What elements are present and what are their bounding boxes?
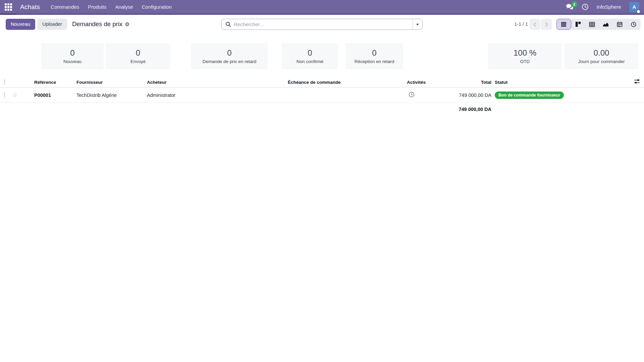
- table-header-row: Référence Fournisseur Acheteur Échéance …: [0, 77, 644, 87]
- activities-clock-icon[interactable]: [582, 3, 589, 10]
- view-switcher: [556, 19, 641, 30]
- select-all-checkbox[interactable]: [4, 79, 5, 85]
- prev-page-button[interactable]: [530, 19, 540, 30]
- view-activity-button[interactable]: [627, 19, 641, 30]
- search-dropdown-toggle[interactable]: [413, 19, 422, 29]
- list-view-icon: [561, 21, 567, 27]
- new-button[interactable]: Nouveau: [6, 19, 35, 30]
- calendar-view-icon: [617, 21, 623, 27]
- view-list-button[interactable]: [556, 19, 571, 30]
- graph-view-icon: [603, 21, 609, 27]
- purchase-list-page: Achats Commandes Produits Analyse Config…: [0, 0, 644, 362]
- upload-button[interactable]: Uploader: [37, 19, 67, 30]
- view-graph-button[interactable]: [599, 19, 613, 30]
- kpi-card-reception-retard[interactable]: 0 Réception en retard: [345, 43, 403, 69]
- menu-commandes[interactable]: Commandes: [51, 4, 79, 10]
- top-navbar: Achats Commandes Produits Analyse Config…: [0, 0, 644, 15]
- header-total[interactable]: Total: [440, 80, 491, 85]
- status-badge: Bon de commande fournisseur: [495, 92, 564, 99]
- user-avatar[interactable]: A: [629, 2, 639, 12]
- header-status[interactable]: Statut: [495, 80, 575, 85]
- clock-icon: [409, 92, 415, 98]
- header-reference[interactable]: Référence: [34, 80, 76, 85]
- sliders-icon: [634, 78, 640, 84]
- apps-grid-icon[interactable]: [5, 3, 12, 11]
- row-checkbox[interactable]: [4, 92, 5, 98]
- rfq-list: Référence Fournisseur Acheteur Échéance …: [0, 77, 644, 116]
- chevron-right-icon: [544, 22, 549, 27]
- header-supplier[interactable]: Fournisseur: [76, 80, 147, 85]
- kpi-card-envoye[interactable]: 0 Envoyé: [106, 43, 170, 69]
- kpi-card-jours-commander[interactable]: 0.00 Jours pour commander: [565, 43, 638, 69]
- header-activities[interactable]: Activités: [407, 80, 440, 85]
- kpi-card-non-confirme[interactable]: 0 Non confirmé: [282, 43, 338, 69]
- table-footer-row: 749 000,00 DA: [0, 103, 644, 116]
- menu-analyse[interactable]: Analyse: [115, 4, 133, 10]
- cell-buyer: Administrator: [147, 93, 288, 98]
- footer-total: 749 000,00 DA: [440, 107, 491, 112]
- main-menu: Commandes Produits Analyse Configuration: [51, 4, 172, 10]
- kpi-card-demande-retard[interactable]: 0 Demande de prix en retard: [191, 43, 268, 69]
- menu-configuration[interactable]: Configuration: [142, 4, 172, 10]
- app-name-achats[interactable]: Achats: [20, 3, 40, 11]
- search-input[interactable]: [234, 19, 413, 29]
- chevron-left-icon: [532, 22, 538, 27]
- control-panel: Nouveau Uploader Demandes de prix ⚙ 1-1 …: [0, 16, 644, 33]
- cell-total: 749 000,00 DA: [440, 93, 491, 98]
- view-kanban-button[interactable]: [571, 19, 585, 30]
- actions-gear-icon[interactable]: ⚙: [125, 21, 129, 27]
- purchase-dashboard: 0 Nouveau 0 Envoyé 0 Demande de prix en …: [0, 43, 644, 69]
- header-deadline[interactable]: Échéance de commande: [288, 80, 407, 85]
- cell-reference: P00001: [34, 93, 76, 98]
- optional-columns-button[interactable]: [634, 78, 640, 84]
- messages-button[interactable]: 2: [566, 4, 574, 10]
- table-row[interactable]: ☆ P00001 TechDistrib Algérie Administrat…: [0, 87, 644, 103]
- messages-count-badge: 2: [572, 1, 577, 7]
- company-name[interactable]: InfoSphere: [597, 4, 621, 10]
- pivot-view-icon: [589, 21, 595, 27]
- header-buyer[interactable]: Acheteur: [147, 80, 288, 85]
- kanban-view-icon: [575, 21, 581, 27]
- search-icon: [225, 21, 231, 27]
- activity-view-icon: [631, 21, 637, 27]
- cell-supplier: TechDistrib Algérie: [76, 93, 147, 98]
- view-calendar-button[interactable]: [613, 19, 627, 30]
- next-page-button[interactable]: [541, 19, 552, 30]
- view-pivot-button[interactable]: [585, 19, 599, 30]
- search-bar: [221, 19, 423, 30]
- chevron-down-icon: [416, 24, 419, 26]
- presence-indicator: [636, 9, 641, 14]
- kpi-card-nouveau[interactable]: 0 Nouveau: [41, 43, 104, 69]
- pager: 1-1 / 1: [514, 16, 528, 33]
- menu-produits[interactable]: Produits: [88, 4, 106, 10]
- kpi-card-otd[interactable]: 100 % OTD: [488, 43, 562, 69]
- schedule-activity-button[interactable]: [409, 92, 415, 98]
- favorite-star-icon[interactable]: ☆: [12, 92, 17, 98]
- page-title: Demandes de prix: [72, 20, 122, 28]
